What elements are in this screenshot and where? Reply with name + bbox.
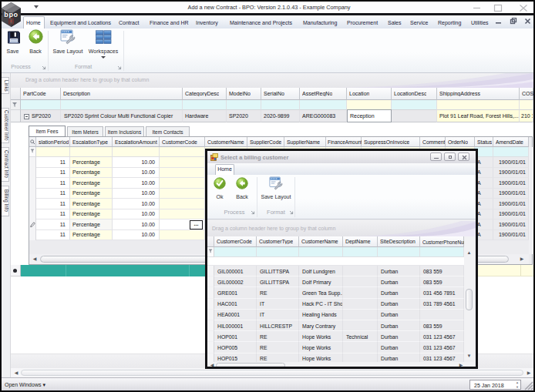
svg-text:bpo: bpo <box>4 11 18 18</box>
